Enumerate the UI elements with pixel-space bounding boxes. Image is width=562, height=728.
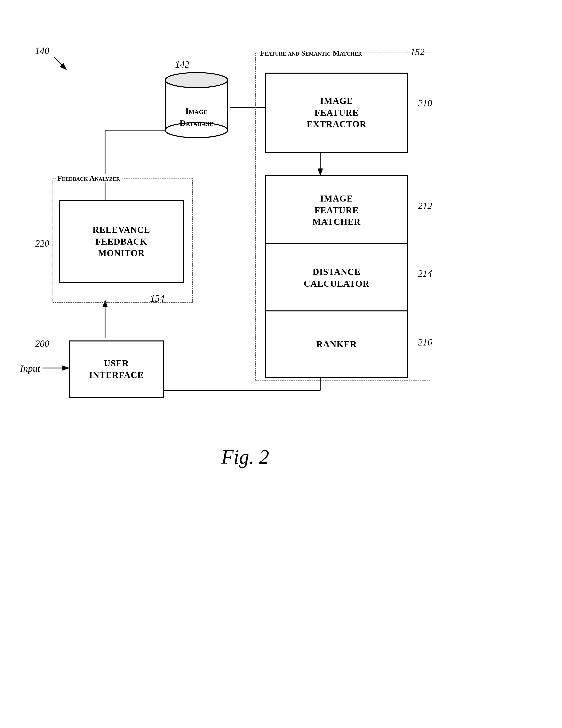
ref-220: 220 [35, 238, 49, 249]
ref-212: 212 [418, 200, 432, 211]
distance-calculator-label: DistanceCalculator [304, 266, 369, 290]
svg-line-12 [54, 57, 66, 70]
ref-200: 200 [35, 338, 49, 349]
relevance-feedback-monitor-label: RelevanceFeedbackMonitor [93, 224, 150, 259]
image-feature-extractor-box: ImageFeatureExtractor [265, 73, 408, 153]
ranker-box: Ranker [265, 310, 408, 378]
image-database-label: ImageDatabase [180, 106, 213, 128]
ref-210: 210 [418, 98, 432, 109]
input-label: Input [20, 363, 40, 374]
ref-216: 216 [418, 337, 432, 348]
ref-140: 140 [35, 45, 49, 56]
ranker-label: Ranker [316, 338, 357, 350]
ref-152: 152 [410, 46, 425, 57]
image-feature-extractor-label: ImageFeatureExtractor [307, 95, 366, 130]
image-database: ImageDatabase [163, 68, 230, 140]
ref-214: 214 [418, 268, 432, 279]
figure-caption: Fig. 2 [170, 446, 320, 468]
svg-point-15 [165, 73, 228, 88]
user-interface-label: UserInterface [89, 357, 144, 381]
feedback-analyzer-label: Feedback Analyzer [56, 174, 121, 183]
image-feature-matcher-box: ImageFeatureMatcher [265, 175, 408, 245]
distance-calculator-box: DistanceCalculator [265, 243, 408, 313]
user-interface-box: UserInterface [69, 340, 164, 398]
image-feature-matcher-label: ImageFeatureMatcher [312, 193, 360, 228]
relevance-feedback-monitor-box: RelevanceFeedbackMonitor [59, 200, 184, 283]
feature-semantic-matcher-label: Feature and Semantic Matcher [259, 49, 363, 57]
ref-154: 154 [150, 293, 164, 304]
